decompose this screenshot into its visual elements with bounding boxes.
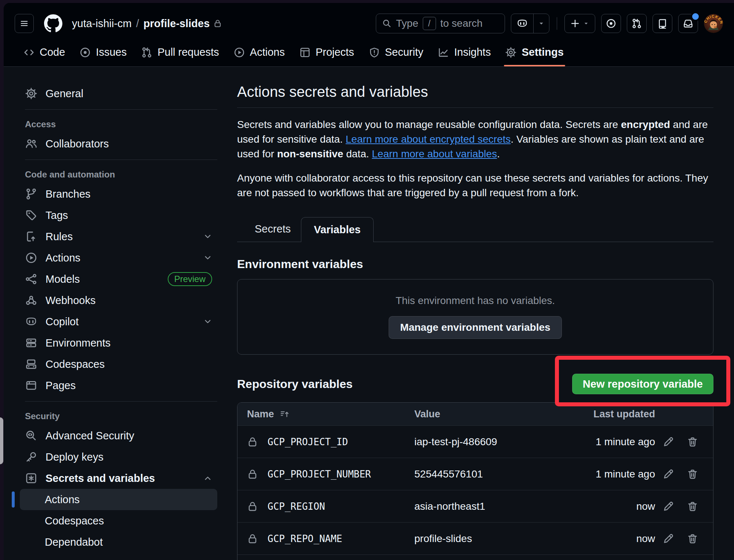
variable-updated: 1 minute ago	[596, 436, 655, 448]
settings-sidebar: General Access Collaborators Code and au…	[4, 67, 224, 553]
variable-value: iap-test-pj-486609	[414, 436, 571, 448]
search-placeholder-suffix: to search	[440, 18, 483, 29]
tab-security[interactable]: Security	[362, 41, 430, 66]
table-row: GCP_PROJECT_NUMBER 525445576101 1 minute…	[237, 458, 713, 490]
new-variable-button-wrap: New repository variable	[572, 374, 713, 394]
sidebar-item-tags[interactable]: Tags	[20, 205, 217, 226]
delete-variable-button[interactable]	[684, 466, 701, 482]
hamburger-menu-button[interactable]	[15, 14, 34, 33]
repo-name-link[interactable]: profile-slides	[143, 18, 210, 30]
tab-projects[interactable]: Projects	[293, 41, 361, 66]
global-search-input[interactable]: Type / to search	[376, 14, 505, 33]
lock-icon	[247, 533, 268, 544]
repo-owner-link[interactable]: yuta-ishii-cm	[72, 18, 132, 30]
sidebar-item-models[interactable]: ModelsPreview	[20, 268, 217, 290]
sidebar-item-pages[interactable]: Pages	[20, 375, 217, 396]
intro-paragraph-1: Secrets and variables allow you to manag…	[237, 117, 713, 161]
sidebar-item-secrets-and-variables[interactable]: Secrets and variables	[20, 468, 217, 489]
sidebar-divider	[25, 160, 217, 160]
sidebar-subitem-dependabot[interactable]: Dependabot	[20, 531, 217, 553]
lock-icon	[247, 469, 268, 480]
environment-variables-box: This environment has no variables. Manag…	[237, 279, 713, 355]
link-variables[interactable]: Learn more about variables	[372, 148, 497, 160]
delete-variable-button[interactable]	[684, 434, 701, 450]
sidebar-item-advanced-security[interactable]: Advanced Security	[20, 425, 217, 446]
column-header-last-updated: Last updated	[593, 409, 655, 420]
tab-issues[interactable]: Issues	[73, 41, 133, 66]
environment-variables-heading: Environment variables	[237, 257, 713, 271]
table-icon	[299, 47, 310, 58]
intro-text: Secrets and variables allow you to manag…	[237, 119, 621, 130]
intro-bold-encrypted: encrypted	[621, 119, 670, 130]
repositories-header-button[interactable]	[653, 14, 672, 33]
github-logo[interactable]	[44, 14, 62, 33]
new-repository-variable-button[interactable]: New repository variable	[572, 374, 713, 394]
tab-secrets[interactable]: Secrets	[244, 216, 301, 242]
sidebar-item-collaborators[interactable]: Collaborators	[20, 133, 217, 154]
edit-variable-button[interactable]	[660, 498, 676, 515]
notifications-button-wrap	[678, 14, 698, 33]
git-pull-request-icon	[632, 18, 642, 29]
delete-variable-button[interactable]	[684, 531, 701, 547]
variable-name: GCP_REPO_NAME	[268, 533, 414, 544]
title-divider	[237, 107, 713, 108]
delete-variable-button[interactable]	[684, 498, 701, 515]
sidebar-subitem-actions[interactable]: Actions	[20, 489, 217, 510]
browser-icon	[25, 380, 37, 391]
server-rows-icon	[25, 337, 37, 349]
tab-code[interactable]: Code	[17, 41, 72, 66]
variable-updated: now	[636, 533, 655, 545]
repository-variables-table: Name Value Last updated GCP_PROJECT_ID i…	[237, 402, 713, 560]
tab-insights[interactable]: Insights	[431, 41, 497, 66]
user-avatar[interactable]: CHICKEN	[704, 14, 723, 33]
copilot-button[interactable]	[511, 14, 534, 33]
table-header: Name Value Last updated	[237, 403, 713, 425]
sidebar-item-environments[interactable]: Environments	[20, 332, 217, 354]
edit-variable-button[interactable]	[660, 531, 676, 547]
column-header-value: Value	[414, 409, 571, 420]
sidebar-item-general[interactable]: General	[20, 83, 217, 104]
copilot-icon	[517, 18, 528, 29]
issues-header-button[interactable]	[601, 14, 621, 33]
sidebar-item-actions[interactable]: Actions	[20, 247, 217, 268]
inbox-icon	[683, 18, 693, 29]
sidebar-item-rules[interactable]: Rules	[20, 226, 217, 247]
sidebar-item-deploy-keys[interactable]: Deploy keys	[20, 446, 217, 468]
sidebar-item-copilot[interactable]: Copilot	[20, 311, 217, 332]
app-header: yuta-ishii-cm / profile-slides Type / to…	[4, 3, 734, 67]
variable-name: GCP_PROJECT_NUMBER	[268, 469, 414, 480]
sidebar-section-security: Security	[25, 411, 217, 421]
trash-icon	[687, 533, 698, 544]
sidebar-item-webhooks[interactable]: Webhooks	[20, 290, 217, 311]
manage-environment-variables-button[interactable]: Manage environment variables	[389, 316, 562, 339]
edit-variable-button[interactable]	[660, 466, 676, 482]
copilot-button-group	[511, 14, 549, 33]
tab-pull-requests[interactable]: Pull requests	[135, 41, 226, 66]
sidebar-item-branches[interactable]: Branches	[20, 183, 217, 205]
chevron-down-icon	[538, 20, 545, 27]
code-icon	[23, 47, 34, 58]
pencil-icon	[663, 533, 674, 544]
play-icon	[234, 47, 245, 58]
secrets-icon	[25, 472, 37, 484]
chevron-down-icon	[203, 253, 212, 262]
sidebar-item-codespaces[interactable]: Codespaces	[20, 354, 217, 375]
pull-requests-header-button[interactable]	[627, 14, 647, 33]
sidebar-subitem-codespaces[interactable]: Codespaces	[20, 510, 217, 531]
play-icon	[25, 252, 37, 264]
tab-settings[interactable]: Settings	[499, 41, 570, 66]
tab-actions[interactable]: Actions	[227, 41, 291, 66]
edit-variable-button[interactable]	[660, 434, 676, 450]
tag-icon	[25, 209, 37, 221]
preview-badge: Preview	[168, 272, 212, 286]
chevron-down-icon	[203, 232, 212, 241]
create-new-button[interactable]	[564, 14, 595, 33]
column-header-name[interactable]: Name	[247, 409, 414, 420]
table-row: GCP_REPO_NAME profile-slides now	[237, 522, 713, 554]
variable-value: asia-northeast1	[414, 501, 571, 512]
key-icon	[25, 451, 37, 463]
trash-icon	[687, 469, 698, 480]
copilot-dropdown-button[interactable]	[534, 14, 549, 33]
tab-variables[interactable]: Variables	[301, 217, 373, 242]
link-encrypted-secrets[interactable]: Learn more about encrypted secrets	[346, 133, 511, 145]
